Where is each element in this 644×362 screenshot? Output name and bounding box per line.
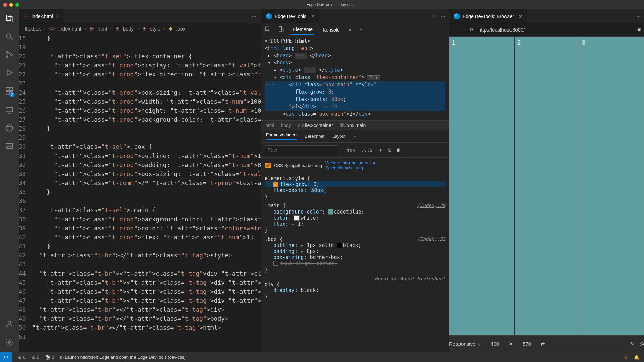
devtools-toggle-icon[interactable]: ▣: [637, 27, 641, 32]
activity-bar: 2: [0, 9, 19, 352]
crumb[interactable]: body: [281, 123, 291, 128]
dom-tree[interactable]: <!DOCTYPE html> <html lang="en"> ▸ <head…: [261, 36, 449, 121]
tab-devtools[interactable]: Edge DevTools ✕: [261, 9, 320, 23]
maximize-icon[interactable]: [15, 3, 19, 7]
overflow-icon[interactable]: »: [354, 134, 356, 139]
html-file-icon: <>: [23, 14, 29, 19]
crumb[interactable]: style: [150, 26, 160, 32]
svg-text:<>: <>: [24, 14, 28, 18]
plus-icon[interactable]: ＋: [378, 147, 383, 153]
overflow-icon[interactable]: »: [348, 27, 351, 33]
remote-icon[interactable]: [5, 106, 14, 114]
edit-icon[interactable]: ✎: [630, 341, 634, 347]
back-icon[interactable]: ←: [452, 27, 456, 32]
source-link[interactable]: (Index):39: [417, 203, 445, 208]
computed-tab[interactable]: Berechnet: [305, 134, 324, 139]
breadcrumb[interactable]: flexbox› <>index.html› ⊞html› ⊞body› ⊞st…: [19, 23, 261, 34]
add-tab-icon[interactable]: ＋: [359, 27, 363, 33]
tab-label: Edge DevTools: [275, 14, 306, 19]
reload-icon[interactable]: ⟳: [470, 27, 474, 32]
settings-icon[interactable]: [5, 338, 14, 347]
code-editor[interactable]: 1819202122232425262728293031323334353637…: [19, 34, 261, 352]
port-status[interactable]: 📡 0: [45, 355, 54, 360]
style-rules[interactable]: element.style { ✓flex-grow: 0; flex-basi…: [261, 173, 449, 352]
explorer-icon[interactable]: [5, 14, 14, 23]
edge-icon: [454, 13, 460, 19]
cls-toggle[interactable]: .cls: [361, 147, 373, 153]
css-mirror-row: CSS-Spiegelbearbeitung Weitere Informati…: [261, 158, 449, 173]
width-input[interactable]: [487, 341, 503, 347]
hov-toggle[interactable]: :hov: [344, 147, 356, 153]
close-icon[interactable]: ✕: [311, 14, 315, 19]
svg-rect-0: [6, 15, 11, 20]
dom-breadcrumb[interactable]: html body div.flex-container div.box.mai…: [261, 121, 449, 130]
editor-pane: <> index.html ✕ ⋯ flexbox› <>index.html›…: [19, 9, 261, 352]
svg-rect-1: [8, 17, 12, 22]
svg-rect-9: [10, 87, 13, 90]
close-icon[interactable]: [3, 3, 7, 7]
run-debug-icon[interactable]: [5, 68, 14, 77]
crumb[interactable]: flexbox: [25, 26, 41, 32]
console-tab[interactable]: Konsole: [321, 25, 341, 35]
tab-actions[interactable]: ⋯: [252, 14, 261, 19]
device-icon[interactable]: [278, 26, 284, 33]
launch-hint[interactable]: ▷ Launch Microsoft Edge and open the Edg…: [60, 355, 186, 360]
styles-filter-input[interactable]: [265, 145, 338, 155]
pin-icon[interactable]: ⧉: [388, 147, 391, 153]
styles-tabs: Formatvorlagen Berechnet Layout »: [261, 130, 449, 143]
user-agent-label: Benutzer-Agent-Stylesheet: [265, 276, 445, 281]
search-icon[interactable]: [5, 32, 14, 41]
close-icon[interactable]: ✕: [519, 14, 523, 19]
url-input[interactable]: [478, 27, 633, 33]
close-dim-icon[interactable]: ✕: [509, 341, 513, 347]
devtools-toolbar: Elemente Konsole » ＋: [261, 23, 449, 36]
source-link[interactable]: (Index):32: [417, 236, 445, 242]
browser-pane: Edge DevTools: Browser ✕ ⋯ ← → ⟳ ▣ 1 2 3…: [449, 9, 644, 352]
edge-icon: [266, 13, 272, 19]
height-input[interactable]: [519, 341, 535, 347]
rotate-icon[interactable]: ⇄: [541, 341, 545, 347]
remote-indicator[interactable]: [0, 352, 12, 362]
inspect-icon[interactable]: [265, 26, 271, 33]
crumb[interactable]: .box: [176, 26, 185, 32]
css-mirror-link[interactable]: Weitere Informationen zurSpiegelbearbeit…: [325, 160, 375, 170]
devtools-pane: Edge DevTools ✕ ◫ ⋯ Elemente Konsole » ＋…: [261, 9, 449, 352]
split-icon[interactable]: ◫: [432, 14, 436, 19]
crumb[interactable]: body: [123, 26, 134, 32]
window-controls[interactable]: [3, 3, 19, 7]
warnings-count[interactable]: ⚠ 0: [32, 355, 39, 360]
more-icon[interactable]: ⋯: [441, 14, 445, 19]
edge-tools-icon[interactable]: [5, 124, 14, 132]
profile-icon[interactable]: ☺: [624, 355, 628, 360]
crumb[interactable]: html: [265, 123, 274, 128]
tab-index-html[interactable]: <> index.html ✕: [19, 9, 64, 23]
crumb[interactable]: index.html: [58, 26, 81, 32]
css-mirror-label: CSS-Spiegelbearbeitung: [274, 163, 322, 168]
svg-rect-8: [6, 87, 9, 90]
responsive-dropdown[interactable]: Responsive ⌄: [449, 341, 481, 347]
bell-icon[interactable]: 🔔: [634, 355, 639, 360]
styles-tab[interactable]: Formatvorlagen: [266, 132, 297, 140]
elements-tab[interactable]: Elemente: [291, 25, 314, 35]
responsive-bar: Responsive ⌄ ✕ ⇄ ✎ ◎: [449, 335, 644, 352]
panel-icon[interactable]: ▣: [396, 147, 400, 153]
target-icon[interactable]: ◎: [640, 341, 644, 347]
forward-icon[interactable]: →: [461, 27, 465, 32]
close-icon[interactable]: ✕: [56, 14, 59, 19]
page-preview[interactable]: 1 2 3: [449, 36, 644, 335]
tab-browser[interactable]: Edge DevTools: Browser ✕: [449, 9, 527, 23]
images-icon[interactable]: [5, 142, 14, 150]
crumb[interactable]: html: [97, 26, 107, 32]
extensions-badge: 2: [9, 92, 15, 97]
svg-marker-7: [7, 70, 12, 75]
source-control-icon[interactable]: [5, 50, 14, 59]
errors-count[interactable]: ⊗ 0: [18, 355, 25, 360]
layout-tab[interactable]: Layout: [332, 134, 345, 139]
line-numbers: 1819202122232425262728293031323334353637…: [19, 34, 32, 352]
css-mirror-checkbox[interactable]: [265, 163, 271, 168]
accounts-icon[interactable]: [5, 320, 14, 328]
more-icon[interactable]: ⋯: [636, 14, 641, 19]
code-content[interactable]: } "t-attr">class="t-sel">.flex-container…: [32, 34, 261, 352]
minimize-icon[interactable]: [9, 3, 13, 7]
extensions-icon[interactable]: 2: [5, 86, 14, 96]
